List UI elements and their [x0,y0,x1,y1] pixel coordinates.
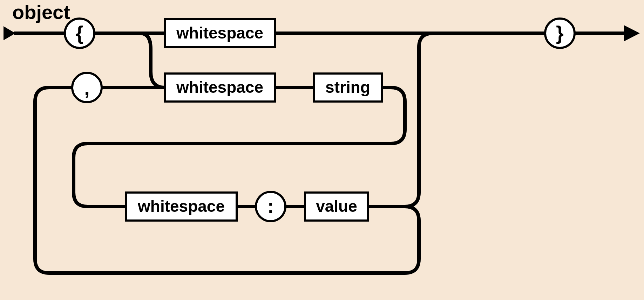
exit-arrow [624,25,640,41]
rail-s-bend [74,88,405,207]
entry-arrow [4,26,15,40]
rule-value-label: value [316,197,357,215]
diagram-title: object [12,1,70,23]
rule-whitespace-1-label: whitespace [176,24,263,42]
rule-string-label: string [325,78,370,96]
terminal-close-brace-label: } [556,22,564,44]
rule-whitespace-2-label: whitespace [176,78,263,96]
rail-loop-back [35,88,419,273]
rail-branch-down [140,33,165,88]
terminal-comma-label: , [84,77,90,99]
terminal-colon-label: : [267,195,274,217]
terminal-open-brace-label: { [76,22,83,44]
rule-whitespace-3-label: whitespace [137,197,225,215]
railroad-diagram: object { whitespace } , whitespace strin… [0,0,644,300]
rail-up-to-exit [405,33,433,207]
